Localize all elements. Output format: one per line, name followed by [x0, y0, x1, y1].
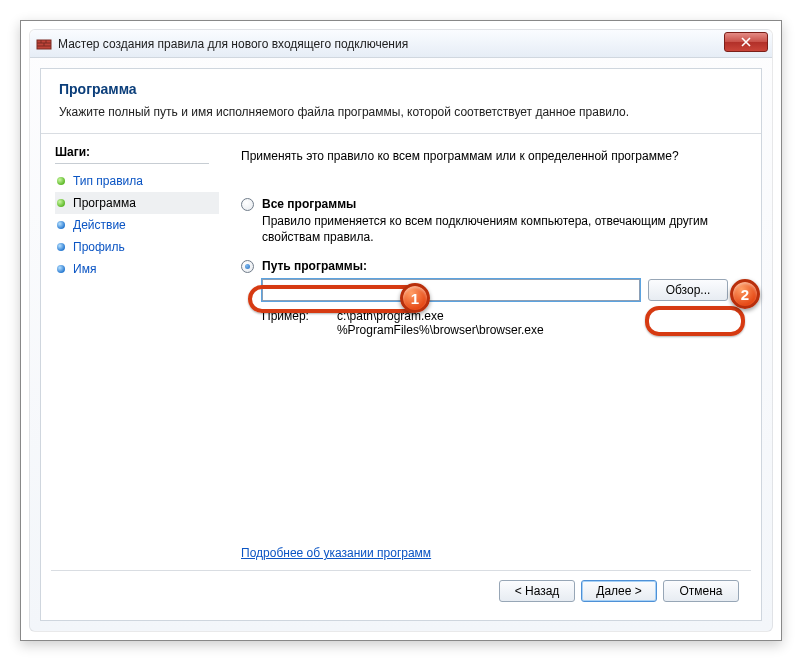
step-program[interactable]: Программа	[55, 192, 219, 214]
wizard-footer: < Назад Далее > Отмена	[51, 570, 751, 610]
dialog-body: Программа Укажите полный путь и имя испо…	[40, 68, 762, 621]
window-frame: Мастер создания правила для нового входя…	[29, 29, 773, 632]
step-action[interactable]: Действие	[55, 214, 219, 236]
window-canvas: Мастер создания правила для нового входя…	[20, 20, 782, 641]
page-subtitle: Укажите полный путь и имя исполняемого ф…	[59, 105, 743, 119]
firewall-icon	[36, 36, 52, 52]
all-programs-desc: Правило применяется ко всем подключениям…	[262, 213, 732, 245]
bullet-icon	[57, 265, 65, 273]
all-programs-label: Все программы	[262, 197, 356, 211]
bullet-icon	[57, 243, 65, 251]
more-info-link[interactable]: Подробнее об указании программ	[241, 546, 431, 560]
step-label: Программа	[73, 196, 136, 210]
bullet-icon	[57, 199, 65, 207]
content-row: Шаги: Тип правила Программа Действие	[41, 135, 761, 570]
close-button[interactable]	[724, 32, 768, 52]
titlebar: Мастер создания правила для нового входя…	[30, 30, 772, 58]
example-values: c:\path\program.exe %ProgramFiles%\brows…	[337, 309, 544, 337]
bullet-icon	[57, 177, 65, 185]
option-program-path: Путь программы: Обзор... Пример: c:\path…	[241, 259, 739, 337]
steps-divider	[55, 163, 209, 164]
close-icon	[741, 37, 751, 47]
step-label: Профиль	[73, 240, 125, 254]
back-button[interactable]: < Назад	[499, 580, 575, 602]
steps-heading: Шаги:	[55, 145, 219, 159]
program-path-label: Путь программы:	[262, 259, 367, 273]
next-button[interactable]: Далее >	[581, 580, 657, 602]
bullet-icon	[57, 221, 65, 229]
step-label: Имя	[73, 262, 96, 276]
annotation-badge-1: 1	[400, 283, 430, 313]
steps-sidebar: Шаги: Тип правила Программа Действие	[41, 135, 219, 570]
step-label: Действие	[73, 218, 126, 232]
step-profile[interactable]: Профиль	[55, 236, 219, 258]
cancel-button[interactable]: Отмена	[663, 580, 739, 602]
step-label: Тип правила	[73, 174, 143, 188]
main-panel: Применять это правило ко всем программам…	[219, 135, 761, 570]
example-row: Пример: c:\path\program.exe %ProgramFile…	[262, 309, 739, 337]
prompt-text: Применять это правило ко всем программам…	[241, 149, 739, 163]
step-rule-type[interactable]: Тип правила	[55, 170, 219, 192]
all-programs-radio[interactable]	[241, 198, 254, 211]
program-path-input[interactable]	[262, 279, 640, 301]
example-label: Пример:	[262, 309, 309, 337]
window-title: Мастер создания правила для нового входя…	[58, 37, 408, 51]
program-path-radio[interactable]	[241, 260, 254, 273]
browse-button[interactable]: Обзор...	[648, 279, 728, 301]
page-title: Программа	[59, 81, 743, 97]
option-all-programs: Все программы Правило применяется ко все…	[241, 197, 739, 245]
step-name[interactable]: Имя	[55, 258, 219, 280]
dialog-header: Программа Укажите полный путь и имя испо…	[41, 69, 761, 134]
annotation-badge-2: 2	[730, 279, 760, 309]
